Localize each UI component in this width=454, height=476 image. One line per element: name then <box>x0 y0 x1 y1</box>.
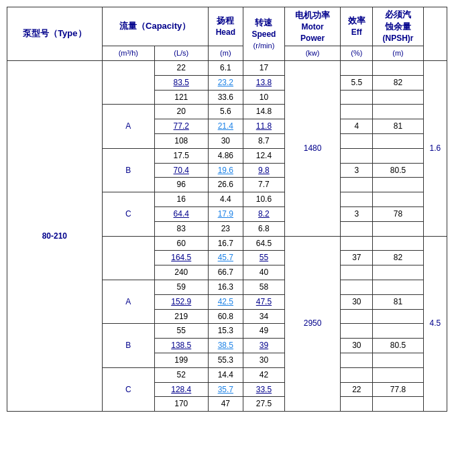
motor-power-empty2 <box>341 178 373 192</box>
variant-cell: A <box>102 105 154 148</box>
motor-power-cell: 22 <box>341 382 373 397</box>
motor-power-empty2 <box>341 397 373 412</box>
motor-power-empty <box>341 236 373 251</box>
flow-m3h: 16 <box>154 192 208 207</box>
head-cell: 10 <box>243 90 285 105</box>
flow-ls: 21.4 <box>208 119 243 134</box>
flow-ls: 6.1 <box>208 60 243 75</box>
eff-cell: 82 <box>373 251 423 265</box>
flow-m3h: 22 <box>154 60 208 75</box>
variant-cell: B <box>102 148 154 192</box>
head-cell: 6.8 <box>243 221 285 236</box>
flow-ls: 38.5 <box>208 339 243 353</box>
motor-power-cell: 30 <box>341 339 373 353</box>
eff-empty <box>373 280 423 294</box>
eff-empty <box>373 192 423 207</box>
flow-m3h: 199 <box>154 353 208 367</box>
flow-m3h: 59 <box>154 280 208 294</box>
flow-m3h: 219 <box>154 309 208 324</box>
head-cell: 14.8 <box>243 105 285 119</box>
motor-power-empty2 <box>341 309 373 324</box>
flow-ls: 33.6 <box>208 90 243 105</box>
header-speed: 转速 Speed (r/min) <box>243 7 285 61</box>
motor-power-empty <box>341 105 373 119</box>
motor-power-cell: 37 <box>341 251 373 265</box>
eff-empty2 <box>373 265 423 280</box>
head-cell: 11.8 <box>243 119 285 134</box>
head-cell: 7.7 <box>243 178 285 192</box>
variant-cell <box>102 60 154 104</box>
flow-ls: 60.8 <box>208 309 243 324</box>
motor-power-cell: 3 <box>341 206 373 221</box>
flow-m3h: 170 <box>154 397 208 412</box>
flow-ls: 45.7 <box>208 251 243 265</box>
flow-m3h: 108 <box>154 133 208 148</box>
eff-empty <box>373 148 423 163</box>
eff-empty2 <box>373 353 423 367</box>
head-cell: 49 <box>243 324 285 339</box>
motor-power-empty <box>341 280 373 294</box>
head-cell: 64.5 <box>243 236 285 251</box>
header-pump-type: 泵型号（Type） <box>7 7 103 61</box>
flow-ls: 35.7 <box>208 382 243 397</box>
flow-m3h: 55 <box>154 324 208 339</box>
motor-power-empty2 <box>341 265 373 280</box>
flow-m3h: 52 <box>154 367 208 382</box>
flow-m3h: 138.5 <box>154 339 208 353</box>
flow-ls: 23 <box>208 221 243 236</box>
speed-cell: 2950 <box>284 236 341 412</box>
motor-power-empty <box>341 192 373 207</box>
header-eff-unit: (%) <box>341 46 373 61</box>
eff-cell: 82 <box>373 75 423 90</box>
flow-ls: 5.6 <box>208 105 243 119</box>
head-cell: 8.2 <box>243 206 285 221</box>
eff-empty <box>373 60 423 75</box>
head-cell: 8.7 <box>243 133 285 148</box>
npsh-cell: 4.5 <box>423 236 447 412</box>
flow-m3h: 20 <box>154 105 208 119</box>
header-npsh-unit: (m) <box>373 46 423 61</box>
flow-m3h: 240 <box>154 265 208 280</box>
variant-cell: C <box>102 192 154 236</box>
header-npsh: 必须汽 蚀余量 (NPSH)r <box>373 7 423 46</box>
header-motor-power: 电机功率 Motor Power <box>284 7 341 46</box>
pump-type-cell: 80-210 <box>7 60 103 411</box>
flow-ls: 4.4 <box>208 192 243 207</box>
flow-ls: 19.6 <box>208 163 243 178</box>
motor-power-empty2 <box>341 353 373 367</box>
eff-empty <box>373 367 423 382</box>
flow-m3h: 60 <box>154 236 208 251</box>
flow-ls: 16.7 <box>208 236 243 251</box>
motor-power-empty <box>341 60 373 75</box>
eff-empty2 <box>373 178 423 192</box>
variant-cell: C <box>102 367 154 411</box>
motor-power-cell: 5.5 <box>341 75 373 90</box>
head-cell: 13.8 <box>243 75 285 90</box>
motor-power-cell: 30 <box>341 294 373 309</box>
flow-ls: 55.3 <box>208 353 243 367</box>
head-cell: 55 <box>243 251 285 265</box>
header-flow-m3h: (m³/h) <box>102 46 154 61</box>
header-head-unit: (m) <box>208 46 243 61</box>
head-cell: 39 <box>243 339 285 353</box>
flow-m3h: 83.5 <box>154 75 208 90</box>
head-cell: 42 <box>243 367 285 382</box>
header-motor-unit: (kw) <box>284 46 341 61</box>
motor-power-empty <box>341 148 373 163</box>
eff-cell: 81 <box>373 119 423 134</box>
flow-m3h: 17.5 <box>154 148 208 163</box>
motor-power-cell: 4 <box>341 119 373 134</box>
flow-ls: 66.7 <box>208 265 243 280</box>
flow-ls: 26.6 <box>208 178 243 192</box>
head-cell: 34 <box>243 309 285 324</box>
eff-empty2 <box>373 133 423 148</box>
eff-cell: 81 <box>373 294 423 309</box>
flow-ls: 14.4 <box>208 367 243 382</box>
eff-empty <box>373 105 423 119</box>
flow-ls: 47 <box>208 397 243 412</box>
eff-empty2 <box>373 397 423 412</box>
head-cell: 33.5 <box>243 382 285 397</box>
speed-cell: 1480 <box>284 60 341 236</box>
eff-cell: 80.5 <box>373 339 423 353</box>
eff-empty2 <box>373 309 423 324</box>
